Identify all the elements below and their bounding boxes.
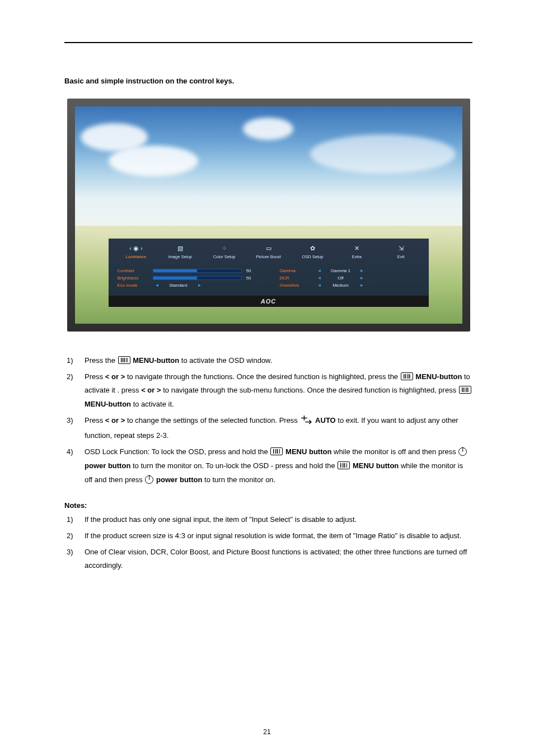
bold: AUTO [315, 416, 336, 424]
text: while the monitor is off and then press [334, 447, 458, 456]
tab-label: Color Setup [213, 254, 236, 259]
bold: MENU-button [415, 372, 462, 381]
label: Brightness [118, 276, 148, 281]
bold: power button [85, 461, 130, 470]
osd-tab-image-setup[interactable]: ▧ Image Setup [159, 245, 201, 259]
osd-setup-icon: ✿ [292, 245, 334, 253]
text: to navigate through the sub-menu functio… [163, 386, 458, 394]
image-setup-icon: ▧ [159, 245, 201, 253]
text: to turn the monitor on. [204, 475, 275, 484]
text: OSD Lock Function: To lock the OSD, pres… [85, 447, 270, 456]
label: Gamma [280, 268, 311, 273]
power-icon [145, 475, 153, 484]
right-arrow-icon[interactable]: ► [357, 276, 366, 281]
tab-label: Image Setup [168, 254, 193, 259]
text: to turn the monitor on. To un-lock the O… [133, 461, 337, 470]
text: to navigate through the functions. Once … [127, 372, 400, 381]
tab-label: Exit [397, 254, 405, 259]
tab-label: Luminance [126, 254, 147, 259]
text: to activate it. [133, 400, 174, 408]
instruction-list: Press the MENU-button to activate the OS… [64, 354, 472, 487]
text: to activate the OSD window. [181, 356, 273, 365]
osd-row-gamma[interactable]: Gamma ◄ Gamma 1 ► [280, 268, 420, 273]
menu-icon [338, 461, 350, 469]
picture-boost-icon: ▭ [247, 245, 289, 253]
bold: MENU-button [85, 400, 131, 408]
right-arrow-icon[interactable]: ► [357, 283, 366, 288]
right-arrow-icon[interactable]: ► [195, 283, 204, 288]
value: Medium [328, 283, 353, 288]
bold: MENU button [353, 461, 399, 470]
notes-heading: Notes: [64, 501, 472, 510]
right-arrow-icon[interactable]: ► [357, 268, 366, 273]
text: Press [85, 416, 105, 424]
menu-icon [270, 447, 283, 455]
slider[interactable] [153, 269, 242, 273]
osd-row-contrast[interactable]: Contrast 50 [118, 268, 257, 273]
tab-label: OSD Setup [302, 254, 323, 259]
value: Off [328, 276, 353, 281]
label: DCR [280, 276, 311, 281]
left-arrow-icon[interactable]: ◄ [153, 283, 162, 288]
tab-label: Extra [352, 254, 362, 259]
label: Eco mode [118, 283, 148, 288]
brand-logo: AOC [109, 296, 429, 307]
monitor-frame: ‹ ◉ › Luminance ▧ Image Setup ⁘ Color Se… [67, 99, 470, 332]
osd-tab-extra[interactable]: ✕ Extra [336, 245, 378, 259]
luminance-icon: ‹ ◉ › [115, 245, 157, 253]
power-icon [458, 447, 467, 456]
bold: power button [156, 475, 202, 484]
text: to change the settings of the selected f… [127, 416, 300, 424]
menu-icon [459, 386, 471, 394]
osd-row-eco[interactable]: Eco mode ◄ Standard ► [118, 283, 257, 288]
value: Gamma 1 [328, 268, 353, 273]
left-arrow-icon[interactable]: ◄ [315, 283, 324, 288]
bold: MENU button [285, 447, 331, 456]
osd-tabs: ‹ ◉ › Luminance ▧ Image Setup ⁘ Color Se… [112, 243, 425, 264]
value: 50 [246, 268, 257, 273]
left-arrow-icon[interactable]: ◄ [315, 268, 324, 273]
notes-item-3: One of Clear vision, DCR, Color Boost, a… [64, 545, 472, 573]
page-number: 21 [0, 728, 534, 736]
extra-icon: ✕ [336, 245, 378, 253]
text: Press [85, 372, 105, 381]
instruction-item-2: Press < or > to navigate through the fun… [64, 370, 472, 412]
notes-item-2: If the product screen size is 4:3 or inp… [64, 529, 472, 543]
color-setup-icon: ⁘ [203, 245, 245, 253]
bold: MENU-button [133, 356, 179, 365]
top-rule [64, 42, 472, 43]
bold: < or > [141, 386, 161, 394]
osd-panel: ‹ ◉ › Luminance ▧ Image Setup ⁘ Color Se… [109, 239, 429, 296]
text: Press the [85, 356, 118, 365]
osd-row-overdrive[interactable]: Overdrive ◄ Medium ► [280, 283, 420, 288]
label: Overdrive [280, 283, 311, 288]
osd-col-left: Contrast 50 Brightness 50 Eco mode ◄ Sta… [118, 266, 257, 290]
menu-icon [401, 372, 413, 380]
bold: < or > [105, 372, 125, 381]
osd-tab-luminance[interactable]: ‹ ◉ › Luminance [115, 245, 157, 259]
instruction-item-4: OSD Lock Function: To lock the OSD, pres… [64, 445, 472, 487]
osd-tab-exit[interactable]: ⇲ Exit [380, 245, 422, 259]
label: Contrast [118, 268, 148, 273]
bold: < or > [105, 416, 125, 424]
slider[interactable] [153, 276, 242, 280]
left-arrow-icon[interactable]: ◄ [315, 276, 324, 281]
instruction-item-1: Press the MENU-button to activate the OS… [64, 354, 472, 368]
auto-icon [300, 416, 312, 430]
osd-row-dcr[interactable]: DCR ◄ Off ► [280, 276, 420, 281]
osd-tab-picture-boost[interactable]: ▭ Picture Boost [247, 245, 289, 259]
osd-tab-osd-setup[interactable]: ✿ OSD Setup [292, 245, 334, 259]
screen: ‹ ◉ › Luminance ▧ Image Setup ⁘ Color Se… [75, 106, 462, 324]
exit-icon: ⇲ [380, 245, 422, 253]
value: Standard [166, 283, 190, 288]
instruction-item-3: Press < or > to change the settings of t… [64, 414, 472, 443]
heading: Basic and simple instruction on the cont… [64, 77, 472, 85]
notes-list: If the product has only one signal input… [64, 513, 472, 573]
osd-row-brightness[interactable]: Brightness 50 [118, 276, 257, 281]
osd-col-right: Gamma ◄ Gamma 1 ► DCR ◄ Off ► Overdrive … [280, 266, 420, 290]
value: 50 [246, 276, 257, 281]
tab-label: Picture Boost [256, 254, 281, 259]
notes-item-1: If the product has only one signal input… [64, 513, 472, 527]
osd-tab-color-setup[interactable]: ⁘ Color Setup [203, 245, 245, 259]
menu-icon [118, 356, 130, 364]
